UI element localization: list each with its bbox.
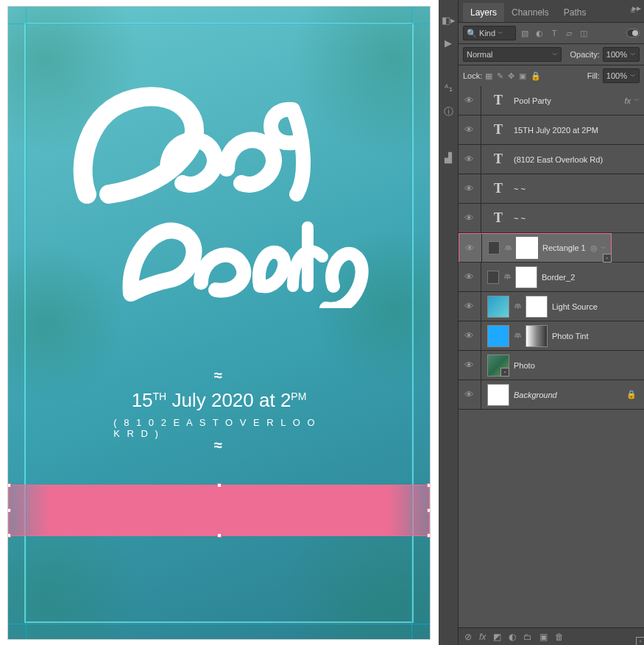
collapse-dock-icon[interactable]: ▸▸ (632, 3, 641, 13)
visibility-icon[interactable]: 👁 (463, 301, 475, 312)
group-icon[interactable]: 🗀 (523, 632, 532, 642)
layer-row-light-source[interactable]: 👁 ▫ 𐄷 Light Source (459, 292, 644, 321)
guide-v-left[interactable] (26, 7, 26, 639)
layer-row-rectangle1[interactable]: 👁 ▫ 𐄷 Rectangle 1 ◎﹀ (459, 233, 612, 263)
shape-thumb: ▫ (488, 241, 500, 254)
poster-address: ( 8 1 0 2 E A S T O V E R L O O K R D ) (113, 417, 325, 439)
guide-v-right[interactable] (411, 7, 412, 639)
layer-row-address[interactable]: 👁 T (8102 East Overlook Rd) (459, 145, 644, 174)
visibility-icon[interactable]: 👁 (463, 95, 475, 106)
collapsed-panel-strip: ◧▸ ▶ ᴬ₁ ⓘ ▟ (439, 0, 459, 645)
lock-artboard-icon[interactable]: ▣ (519, 71, 526, 81)
visibility-icon[interactable]: 👁 (463, 213, 475, 224)
layer-thumb: ▫ (487, 296, 509, 318)
link-icon[interactable]: 𐄷 (504, 244, 512, 252)
filter-type-icon[interactable]: T (548, 29, 560, 38)
layer-row-pool-party[interactable]: 👁 T Pool Party fx﹀ (459, 86, 644, 115)
type-thumb-icon: T (487, 90, 509, 112)
layer-row-border2[interactable]: 👁 ▫ 𐄷 Border_2 (459, 263, 644, 292)
filter-shape-icon[interactable]: ▱ (563, 29, 575, 38)
layer-thumb: ▫ (487, 354, 509, 377)
layer-list: 👁 T Pool Party fx﹀ 👁 T 15TH July 2020 at… (459, 86, 644, 627)
photoshop-workspace: ≈ 15TH July 2020 at 2PM ( 8 1 0 2 E A S … (0, 0, 644, 645)
layer-row-background[interactable]: 👁 Background 🔒 (459, 380, 644, 410)
canvas-area[interactable]: ≈ 15TH July 2020 at 2PM ( 8 1 0 2 E A S … (0, 0, 439, 645)
fx-badge[interactable]: fx﹀ (624, 96, 640, 105)
fill-input[interactable]: 100%﹀ (603, 68, 640, 83)
layer-thumb: ▫ (487, 325, 509, 347)
layer-row-photo[interactable]: 👁 ▫ Photo (459, 351, 644, 380)
panel-icon-glyphs[interactable]: ᴬ₁ (445, 82, 453, 93)
document-canvas[interactable]: ≈ 15TH July 2020 at 2PM ( 8 1 0 2 E A S … (7, 6, 431, 640)
tab-channels[interactable]: Channels (504, 3, 556, 22)
opacity-label: Opacity: (570, 50, 600, 59)
visibility-icon[interactable]: 👁 (464, 243, 475, 254)
mask-thumb (526, 325, 548, 347)
layer-row-wave2[interactable]: 👁 T ~ ~ (459, 204, 644, 233)
layers-filter-row: 🔍 Kind﹀ ▧ ◐ T ▱ ◫ (459, 22, 644, 43)
lock-icon: 🔒 (626, 390, 637, 399)
link-icon[interactable]: 𐄷 (503, 273, 511, 281)
delete-layer-icon[interactable]: 🗑 (555, 632, 564, 642)
visibility-icon[interactable]: 👁 (463, 183, 475, 194)
mask-thumb (526, 296, 548, 318)
poster-title (57, 65, 381, 308)
type-thumb-icon: T (487, 178, 509, 200)
lock-transparency-icon[interactable]: ▦ (485, 71, 492, 81)
guide-h-bottom[interactable] (8, 624, 430, 624)
filter-adjust-icon[interactable]: ◐ (534, 29, 545, 38)
visibility-icon[interactable]: 👁 (463, 330, 475, 341)
type-thumb-icon: T (487, 119, 509, 141)
visibility-icon[interactable]: 👁 (463, 389, 475, 400)
visibility-icon[interactable]: 👁 (463, 124, 475, 135)
tab-paths[interactable]: Paths (556, 3, 594, 22)
link-icon[interactable]: 𐄷 (514, 332, 521, 340)
link-layers-icon[interactable]: ⊘ (464, 632, 472, 642)
transform-bounds[interactable] (8, 485, 430, 536)
filter-smart-icon[interactable]: ◫ (578, 29, 590, 38)
visibility-icon[interactable]: 👁 (463, 271, 475, 282)
poster-date: 15TH July 2020 at 2PM (132, 389, 307, 412)
panels-dock: ▸▸ ◧▸ ▶ ᴬ₁ ⓘ ▟ Layers Channels Paths ≡ 🔍… (439, 0, 644, 645)
visibility-icon[interactable]: 👁 (463, 360, 475, 371)
layer-style-icon[interactable]: fx (479, 632, 486, 642)
fill-label: Fill: (587, 71, 600, 80)
blend-mode-dropdown[interactable]: Normal﹀ (463, 47, 562, 62)
layer-row-wave1[interactable]: 👁 T ~ ~ (459, 174, 644, 204)
lock-all-icon[interactable]: 🔒 (531, 71, 541, 81)
mask-thumb (515, 266, 537, 288)
fill-adjust-icon[interactable]: ◐ (509, 632, 516, 642)
filter-indicator-icon[interactable]: ◎﹀ (590, 243, 606, 253)
shape-thumb: ▫ (487, 271, 499, 284)
link-icon[interactable]: 𐄷 (514, 302, 521, 310)
lock-brush-icon[interactable]: ✎ (497, 71, 503, 81)
panel-icon-play[interactable]: ▶ (445, 38, 452, 49)
mask-thumb (516, 237, 538, 259)
blend-row: Normal﹀ Opacity: 100%﹀ (459, 43, 644, 65)
new-layer-icon[interactable]: ▣ (539, 632, 548, 642)
panel-tabs: Layers Channels Paths ≡ (459, 0, 644, 22)
type-thumb-icon: T (487, 207, 509, 229)
layers-panel: Layers Channels Paths ≡ 🔍 Kind﹀ ▧ ◐ T ▱ … (459, 0, 644, 645)
layer-row-photo-tint[interactable]: 👁 ▫ 𐄷 Photo Tint (459, 321, 644, 351)
poster-wave-bottom: ≈ (214, 437, 224, 454)
design-artwork: ≈ 15TH July 2020 at 2PM ( 8 1 0 2 E A S … (8, 7, 430, 639)
panel-icon-a[interactable]: ◧▸ (442, 15, 456, 26)
layers-footer: ⊘ fx ◩ ◐ 🗀 ▣ 🗑 (459, 627, 644, 645)
visibility-icon[interactable]: 👁 (463, 154, 475, 165)
filter-toggle-switch[interactable] (626, 29, 640, 38)
poster-wave-top: ≈ (214, 367, 224, 384)
panel-icon-clone[interactable]: ▟ (445, 152, 452, 163)
lock-row: Lock: ▦ ✎ ✥ ▣ 🔒 Fill: 100%﹀ (459, 65, 644, 86)
filter-pixel-icon[interactable]: ▧ (519, 29, 531, 38)
layer-thumb (487, 384, 509, 406)
guide-h-top[interactable] (8, 24, 430, 24)
filter-kind-dropdown[interactable]: 🔍 Kind﹀ (463, 26, 516, 40)
lock-position-icon[interactable]: ✥ (508, 71, 514, 81)
tab-layers[interactable]: Layers (463, 3, 504, 22)
type-thumb-icon: T (487, 149, 509, 171)
add-mask-icon[interactable]: ◩ (493, 632, 501, 642)
layer-row-date[interactable]: 👁 T 15TH July 2020 at 2PM (459, 115, 644, 145)
panel-icon-info[interactable]: ⓘ (444, 105, 453, 118)
opacity-input[interactable]: 100%﹀ (603, 47, 640, 62)
